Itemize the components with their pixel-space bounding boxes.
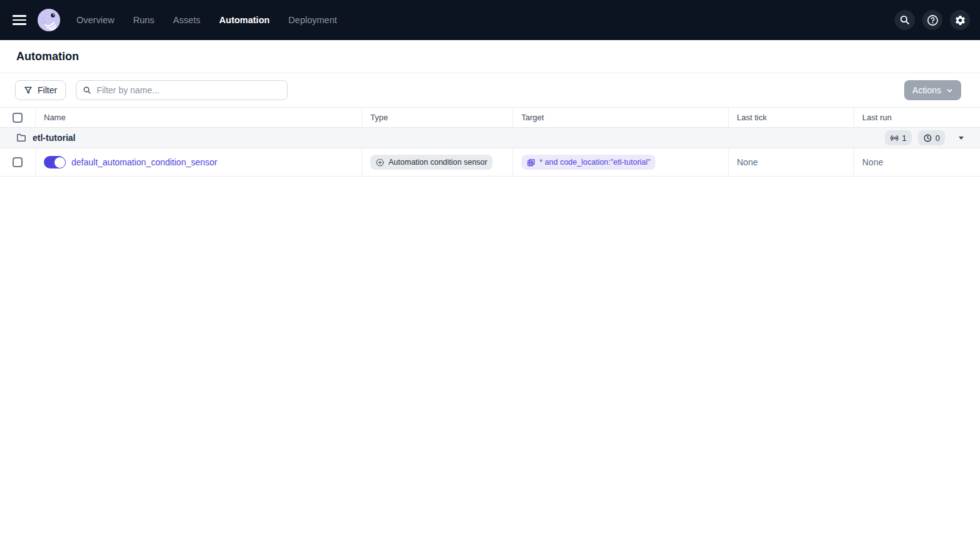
sensor-name-link[interactable]: default_automation_condition_sensor <box>71 157 217 167</box>
folder-icon <box>16 133 26 143</box>
page-header: Automation <box>0 40 980 73</box>
row-checkbox[interactable] <box>13 157 23 167</box>
sensor-type-tag: Automation condition sensor <box>370 155 493 170</box>
automation-condition-icon <box>375 158 385 167</box>
schedule-count-badge: 0 <box>918 130 945 145</box>
sensor-enabled-toggle[interactable] <box>44 156 65 168</box>
help-icon[interactable] <box>922 10 942 30</box>
column-header-last-tick: Last tick <box>729 108 854 127</box>
sensor-row: default_automation_condition_sensor Auto… <box>0 148 980 177</box>
nav-item-overview[interactable]: Overview <box>76 15 114 25</box>
automation-table: Name Type Target Last tick Last run etl-… <box>0 107 980 177</box>
group-row-etl-tutorial[interactable]: etl-tutorial 1 0 <box>0 128 980 148</box>
gear-icon[interactable] <box>950 10 970 30</box>
filter-button-label: Filter <box>38 85 57 95</box>
main-nav: Overview Runs Assets Automation Deployme… <box>76 15 337 25</box>
clock-icon <box>923 133 932 143</box>
last-run-value: None <box>862 157 883 167</box>
asset-selection-icon <box>526 158 536 167</box>
page-title: Automation <box>16 50 79 63</box>
sensor-target-tag[interactable]: * and code_location:"etl-tutorial" <box>521 155 655 170</box>
column-header-last-run: Last run <box>854 108 980 127</box>
column-header-target: Target <box>513 108 729 127</box>
funnel-icon <box>24 86 33 95</box>
actions-button[interactable]: Actions <box>904 80 961 100</box>
filter-button[interactable]: Filter <box>15 80 66 100</box>
nav-right-actions <box>895 10 970 30</box>
actions-button-label: Actions <box>912 85 941 95</box>
group-collapse-caret-icon[interactable] <box>959 137 964 140</box>
sensor-count: 1 <box>902 133 907 143</box>
search-icon <box>83 86 91 95</box>
nav-item-assets[interactable]: Assets <box>173 15 201 25</box>
name-filter-box <box>76 80 288 100</box>
name-filter-input[interactable] <box>96 85 281 95</box>
toolbar: Filter Actions <box>0 73 980 107</box>
sensor-type-label: Automation condition sensor <box>388 158 487 167</box>
table-header-row: Name Type Target Last tick Last run <box>0 108 980 128</box>
column-header-type: Type <box>362 108 513 127</box>
sensor-icon <box>890 133 899 143</box>
sensor-count-badge: 1 <box>885 130 912 145</box>
dagster-logo[interactable] <box>36 8 61 33</box>
group-name: etl-tutorial <box>33 133 75 143</box>
column-header-name: Name <box>36 108 362 127</box>
chevron-down-icon <box>946 87 953 94</box>
search-icon[interactable] <box>895 10 915 30</box>
nav-item-deployment[interactable]: Deployment <box>288 15 336 25</box>
last-tick-value: None <box>737 157 758 167</box>
select-all-checkbox[interactable] <box>13 113 23 123</box>
menu-icon[interactable] <box>13 11 30 29</box>
nav-item-runs[interactable]: Runs <box>133 15 154 25</box>
schedule-count: 0 <box>936 133 940 143</box>
sensor-target-label: * and code_location:"etl-tutorial" <box>540 158 650 167</box>
nav-item-automation[interactable]: Automation <box>219 15 270 25</box>
top-nav: Overview Runs Assets Automation Deployme… <box>0 0 980 40</box>
